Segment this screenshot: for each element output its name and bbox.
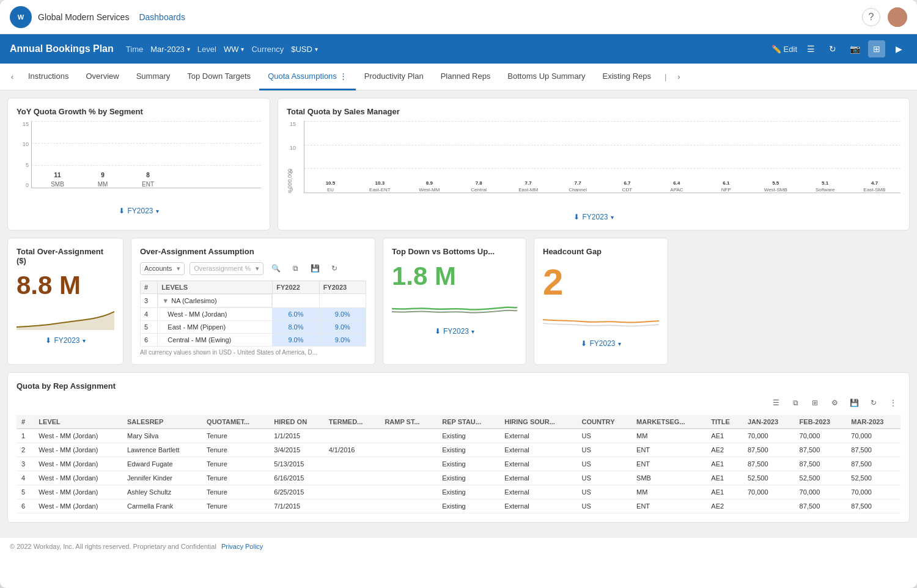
table-row: 3 ▼ NA (Carlesimo) [141,294,366,308]
oa-col-fy2022: FY2022 [273,281,319,294]
top-down-card: Top Down vs Bottoms Up... 1.8 M ⬇ FY2023… [383,238,526,365]
tq-bar-west-mm: 8.9 West-MM [406,180,453,193]
svg-point-0 [893,10,902,19]
level-filter[interactable]: WW ▾ [224,45,245,54]
tab-top-down-targets[interactable]: Top Down Targets [179,64,259,90]
bar-ent: 8 ENT [134,172,161,188]
tab-overview[interactable]: Overview [77,64,127,90]
currency-label: Currency [251,45,284,54]
oa-col-fy2023: FY2023 [319,281,366,294]
tab-bottoms-up-summary[interactable]: Bottoms Up Summary [499,64,594,90]
over-assign-footer[interactable]: ⬇ FY2023 ▾ [17,336,114,345]
top-down-sparkline [392,296,517,321]
tq-filter-icon: ⬇ [573,213,580,221]
tab-planned-reps[interactable]: Planned Reps [432,64,499,90]
tq-bar-east-mm: 7.7 East-MM [505,180,552,193]
tab-instructions[interactable]: Instructions [20,64,77,90]
quota-rep-toolbar: ☰ ⧉ ⊞ ⚙ 💾 ↻ ⋮ [17,395,900,410]
qr-copy-btn[interactable]: ⧉ [788,395,803,410]
oa-table: # LEVELS FY2022 FY2023 3 ▼ NA (Carlesimo… [140,281,366,347]
headcount-gap-sparkline [543,309,659,333]
total-over-assignment-card: Total Over-Assignment ($) 8.8 M ⬇ FY2023… [7,238,123,365]
table-row: 3 West - MM (Jordan) Edward Fugate Tenur… [17,457,900,471]
oa-save-btn[interactable]: 💾 [308,261,322,276]
td-filter-icon: ⬇ [435,327,441,336]
camera-icon-btn[interactable]: 📷 [846,40,863,57]
hg-filter-icon: ⬇ [581,339,587,348]
tq-bar-nfp: 6.1 NFP [702,180,749,193]
quota-table: # LEVEL SALESREP QUOTAMET... HIRED ON TE… [17,415,900,513]
qr-col-market: MARKETSEG... [632,415,706,429]
over-assign-title: Total Over-Assignment ($) [17,247,114,265]
pencil-icon: ✏️ [772,45,781,54]
edit-button[interactable]: ✏️ Edit [772,45,797,54]
qr-more-btn[interactable]: ⋮ [886,395,900,410]
qr-col-termed: TERMED... [324,415,380,429]
oa-copy-btn[interactable]: ⧉ [288,261,303,276]
qr-col-ramp: RAMP ST... [380,415,437,429]
level-label: Level [197,45,216,54]
oa-filter-icon: ⬇ [45,336,51,345]
accounts-select[interactable]: Accounts ▾ [140,262,185,275]
currency-chevron: ▾ [315,46,318,53]
qr-col-feb: FEB-2023 [795,415,847,429]
help-icon[interactable]: ? [862,8,880,26]
headcount-gap-footer[interactable]: ⬇ FY2023 ▾ [543,339,659,348]
top-down-footer[interactable]: ⬇ FY2023 ▾ [392,327,517,336]
user-avatar[interactable] [888,7,907,27]
tabs-bar: ‹ Instructions Overview Summary Top Down… [0,64,917,90]
yoy-footer-chevron: ▾ [156,208,159,215]
qr-col-repstatus: REP STAU... [437,415,499,429]
yoy-bar-chart: 15 10 5 0 [17,121,261,200]
quota-rep-title: Quota by Rep Assignment [17,381,900,391]
total-quota-footer[interactable]: ⬇ FY2023 ▾ [287,213,900,221]
tq-bar-software: 5.1 Software [801,180,849,193]
main-content: YoY Quota Growth % by Segment 15 10 5 0 [0,90,917,537]
dashboards-link[interactable]: Dashboards [139,12,185,22]
tab-next-btn[interactable]: › [671,64,686,90]
tab-summary[interactable]: Summary [128,64,179,90]
qr-settings-btn[interactable]: ⚙ [827,395,842,410]
qr-expand-btn[interactable]: ⊞ [808,395,822,410]
oa-search-btn[interactable]: 🔍 [268,261,283,276]
tab-more-icon: ⋮ [339,72,347,81]
tq-bar-apac: 6.4 APAC [653,180,700,193]
refresh-icon-btn[interactable]: ↻ [824,40,841,57]
chart-row-2: Total Over-Assignment ($) 8.8 M ⬇ FY2023… [7,238,910,365]
qr-filter-btn[interactable]: ☰ [768,395,783,410]
privacy-policy-link[interactable]: Privacy Policy [221,543,263,550]
qr-refresh-btn[interactable]: ↻ [866,395,881,410]
table-row: 5 East - MM (Pippen) 8.0% 9.0% [141,321,366,334]
header-actions: ✏️ Edit ☰ ↻ 📷 ⊞ ▶ [772,40,907,57]
tab-prev-btn[interactable]: ‹ [5,64,20,90]
top-down-value: 1.8 M [392,262,517,290]
tab-quota-assumptions[interactable]: Quota Assumptions ⋮ [259,64,356,90]
bar-smb: 11 SMB [44,172,71,188]
yoy-chart-card: YoY Quota Growth % by Segment 15 10 5 0 [7,98,270,230]
overassignment-select[interactable]: Overassignment % ▾ [190,262,263,275]
tq-bar-channel: 7.7 Channel [554,180,602,193]
qr-col-hired: HIRED ON [269,415,323,429]
tq-footer-chevron: ▾ [611,214,614,221]
grid-icon-btn[interactable]: ⊞ [868,40,885,57]
tq-bar-eu: 10.5 EU [307,180,354,193]
headcount-gap-value: 2 [543,262,659,303]
video-icon-btn[interactable]: ▶ [890,40,907,57]
table-row: 5 West - MM (Jordan) Ashley Schultz Tenu… [17,485,900,499]
qr-col-quotamet: QUOTAMET... [202,415,269,429]
tab-overflow[interactable]: | [660,72,671,81]
filter-icon-btn[interactable]: ☰ [802,40,819,57]
yoy-chart-footer[interactable]: ⬇ FY2023 ▾ [17,207,261,215]
tab-productivity-plan[interactable]: Productivity Plan [356,64,432,90]
currency-filter[interactable]: $USD ▾ [291,45,318,54]
over-assignment-table-card: Over-Assignment Assumption Accounts ▾ Ov… [131,238,375,365]
qr-col-level: LEVEL [34,415,122,429]
tab-existing-reps[interactable]: Existing Reps [594,64,660,90]
table-row: 4 West - MM (Jordan) Jennifer Kinder Ten… [17,471,900,485]
qr-save-btn[interactable]: 💾 [847,395,861,410]
oa-refresh-btn[interactable]: ↻ [327,261,342,276]
qr-col-title: TITLE [706,415,743,429]
oa-col-levels: LEVELS [158,281,273,294]
time-filter[interactable]: Mar-2023 ▾ [150,45,190,54]
headcount-gap-card: Headcount Gap 2 ⬇ FY2023 ▾ [534,238,668,365]
